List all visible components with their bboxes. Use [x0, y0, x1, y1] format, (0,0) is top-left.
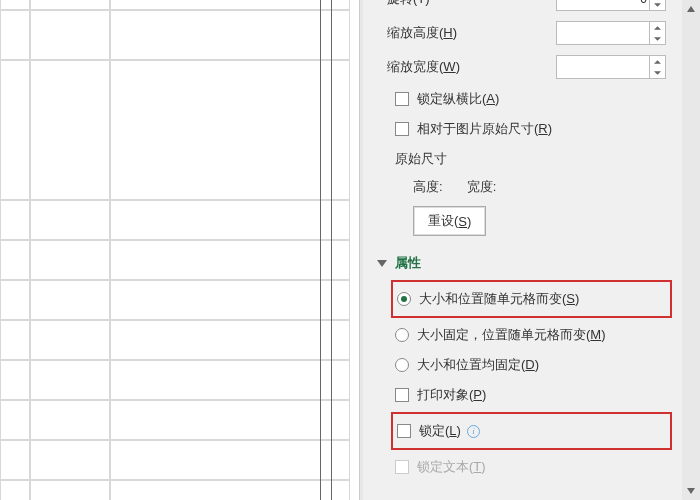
spinner-down-icon[interactable] — [650, 67, 665, 78]
info-icon[interactable]: i — [467, 425, 480, 438]
spinner-down-icon[interactable] — [650, 0, 665, 10]
opt-fixed-radio[interactable] — [395, 358, 409, 372]
collapse-icon — [377, 260, 387, 267]
opt-move-only-label: 大小固定，位置随单元格而变(M) — [417, 326, 606, 344]
svg-marker-6 — [687, 6, 695, 12]
scale-height-label: 缩放高度(H) — [387, 24, 556, 42]
scale-width-row: 缩放宽度(W) — [387, 50, 686, 84]
scale-width-spinner[interactable] — [556, 55, 666, 79]
locked-row[interactable]: 锁定(L) i — [397, 416, 666, 446]
opt-move-only-radio[interactable] — [395, 328, 409, 342]
scroll-down-icon[interactable] — [682, 482, 700, 500]
spreadsheet-grid — [0, 0, 360, 500]
embedded-image-edge — [320, 0, 332, 500]
rotate-spinner[interactable]: 0 — [556, 0, 666, 11]
vertical-scrollbar[interactable] — [682, 0, 700, 500]
scale-height-row: 缩放高度(H) — [387, 16, 686, 50]
properties-section-header[interactable]: 属性 — [377, 254, 686, 272]
lock-aspect-checkbox[interactable] — [395, 92, 409, 106]
svg-marker-2 — [654, 26, 661, 30]
relative-original-label: 相对于图片原始尺寸(R) — [417, 120, 552, 138]
print-object-checkbox[interactable] — [395, 388, 409, 402]
rotate-label: 旋转(T) — [387, 0, 556, 8]
svg-marker-1 — [654, 3, 661, 7]
orig-height-label: 高度: — [413, 178, 443, 196]
locked-text-label: 锁定文本(T) — [417, 458, 486, 476]
locked-text-row: 锁定文本(T) — [395, 452, 686, 482]
format-pane-window: 旋转(T) 0 缩放高度(H) 缩放宽度(W) — [0, 0, 700, 500]
spinner-up-icon[interactable] — [650, 56, 665, 67]
reset-button[interactable]: 重设(S) — [413, 206, 486, 236]
locked-text-checkbox — [395, 460, 409, 474]
opt-move-size-row[interactable]: 大小和位置随单元格而变(S) — [397, 284, 666, 314]
scroll-up-icon[interactable] — [682, 0, 700, 18]
orig-width-label: 宽度: — [467, 178, 497, 196]
opt-move-size-radio[interactable] — [397, 292, 411, 306]
highlight-locked: 锁定(L) i — [391, 412, 672, 450]
opt-move-size-label: 大小和位置随单元格而变(S) — [419, 290, 579, 308]
lock-aspect-row[interactable]: 锁定纵横比(A) — [395, 84, 686, 114]
svg-marker-5 — [654, 71, 661, 75]
scale-height-spinner[interactable] — [556, 21, 666, 45]
opt-fixed-row[interactable]: 大小和位置均固定(D) — [395, 350, 686, 380]
relative-original-checkbox[interactable] — [395, 122, 409, 136]
spinner-up-icon[interactable] — [650, 22, 665, 33]
original-size-label: 原始尺寸 — [395, 144, 686, 174]
spinner-down-icon[interactable] — [650, 33, 665, 44]
original-dims: 高度: 宽度: — [413, 174, 686, 200]
locked-label: 锁定(L) — [419, 422, 461, 440]
svg-marker-7 — [687, 488, 695, 494]
scale-width-label: 缩放宽度(W) — [387, 58, 556, 76]
print-object-label: 打印对象(P) — [417, 386, 486, 404]
highlight-move-size: 大小和位置随单元格而变(S) — [391, 280, 672, 318]
lock-aspect-label: 锁定纵横比(A) — [417, 90, 499, 108]
opt-move-only-row[interactable]: 大小固定，位置随单元格而变(M) — [395, 320, 686, 350]
relative-original-row[interactable]: 相对于图片原始尺寸(R) — [395, 114, 686, 144]
opt-fixed-label: 大小和位置均固定(D) — [417, 356, 539, 374]
format-pane: 旋转(T) 0 缩放高度(H) 缩放宽度(W) — [360, 0, 700, 500]
print-object-row[interactable]: 打印对象(P) — [395, 380, 686, 410]
locked-checkbox[interactable] — [397, 424, 411, 438]
rotate-row: 旋转(T) 0 — [387, 0, 686, 16]
svg-marker-3 — [654, 37, 661, 41]
properties-title: 属性 — [395, 254, 421, 272]
svg-marker-4 — [654, 60, 661, 64]
